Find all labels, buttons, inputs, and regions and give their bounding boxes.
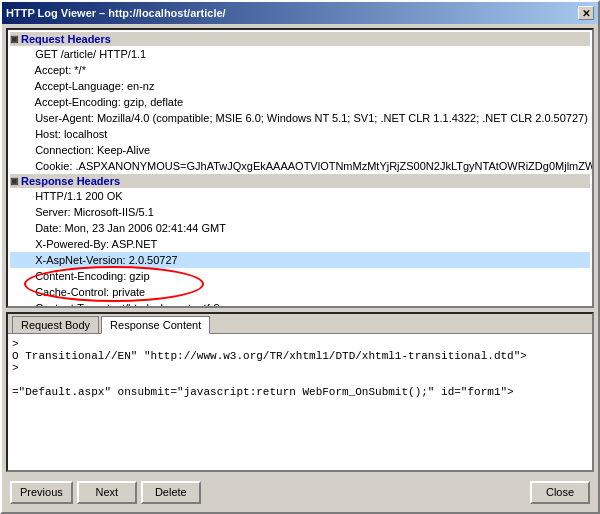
resp-header-0: HTTP/1.1 200 OK [10,188,590,204]
resp-header-7: Content-Type: text/html; charset=utf-8 [10,300,590,306]
resp-header-4: X-AspNet-Version: 2.0.50727 [10,252,590,268]
response-headers-section[interactable]: ▣ Response Headers [10,174,590,188]
response-headers-label: Response Headers [21,175,120,187]
req-header-4: User-Agent: Mozilla/4.0 (compatible; MSI… [10,110,590,126]
headers-panel: ▣ Request Headers GET /article/ HTTP/1.1… [6,28,594,308]
body-line-0: > [12,338,588,350]
resp-header-2: Date: Mon, 23 Jan 2006 02:41:44 GMT [10,220,590,236]
delete-button[interactable]: Delete [141,481,201,504]
body-line-1: O Transitional//EN" "http://www.w3.org/T… [12,350,588,362]
expand-icon: ▣ [10,34,19,44]
headers-scroll-area[interactable]: ▣ Request Headers GET /article/ HTTP/1.1… [8,30,592,306]
tab-request-body[interactable]: Request Body [12,316,99,333]
title-bar: HTTP Log Viewer – http://localhost/artic… [2,2,598,24]
expand-icon2: ▣ [10,176,19,186]
window-content: ▣ Request Headers GET /article/ HTTP/1.1… [2,24,598,512]
main-window: HTTP Log Viewer – http://localhost/artic… [0,0,600,514]
req-header-1: Accept: */* [10,62,590,78]
resp-header-1: Server: Microsoft-IIS/5.1 [10,204,590,220]
body-panel: Request Body Response Content > O Transi… [6,312,594,472]
req-header-2: Accept-Language: en-nz [10,78,590,94]
body-line-3 [12,374,588,386]
body-content-area[interactable]: > O Transitional//EN" "http://www.w3.org… [8,334,592,470]
resp-header-5: Content-Encoding: gzip [10,268,590,284]
tab-response-content[interactable]: Response Content [101,316,210,334]
request-headers-label: Request Headers [21,33,111,45]
close-footer-button[interactable]: Close [530,481,590,504]
previous-button[interactable]: Previous [10,481,73,504]
footer: Previous Next Delete Close [6,476,594,508]
tabs-bar: Request Body Response Content [8,314,592,334]
resp-header-6: Cache-Control: private [10,284,590,300]
resp-header-3: X-Powered-By: ASP.NET [10,236,590,252]
window-title: HTTP Log Viewer – http://localhost/artic… [6,7,226,19]
req-header-7: Cookie: .ASPXANONYMOUS=GJhATwJQxgEkAAAAO… [10,158,590,174]
resp-header-circle-container: Content-Encoding: gzip Cache-Control: pr… [10,268,590,300]
close-button[interactable]: ✕ [578,6,594,20]
request-headers-section[interactable]: ▣ Request Headers [10,32,590,46]
footer-right: Close [530,481,590,504]
next-button[interactable]: Next [77,481,137,504]
body-line-2: > [12,362,588,374]
req-header-6: Connection: Keep-Alive [10,142,590,158]
req-header-5: Host: localhost [10,126,590,142]
req-header-3: Accept-Encoding: gzip, deflate [10,94,590,110]
req-header-0: GET /article/ HTTP/1.1 [10,46,590,62]
body-line-4: ="Default.aspx" onsubmit="javascript:ret… [12,386,588,398]
